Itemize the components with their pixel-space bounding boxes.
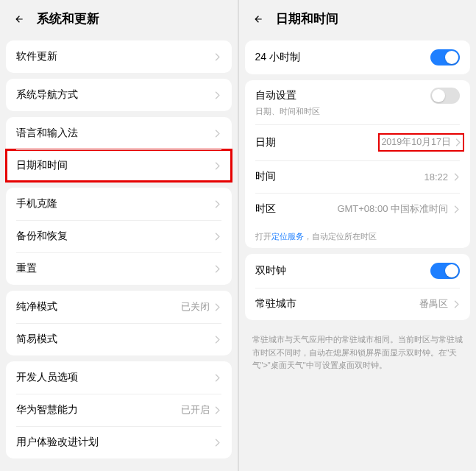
chevron-right-icon	[214, 372, 221, 383]
row-language-input[interactable]: 语言和输入法	[6, 117, 232, 149]
row-software-update[interactable]: 软件更新	[6, 40, 232, 73]
value: GMT+08:00 中国标准时间	[337, 202, 448, 216]
label: 重置	[16, 262, 214, 275]
label: 备份和恢复	[16, 230, 214, 243]
group-auto-datetime: 自动设置 日期、时间和时区 日期 2019年10月17日 时间 18:22 时区…	[245, 80, 471, 248]
row-date[interactable]: 日期 2019年10月17日	[245, 124, 471, 160]
chevron-right-icon	[452, 299, 460, 309]
label: 日期	[255, 136, 379, 149]
row-huawei-ai[interactable]: 华为智慧能力 已开启	[6, 394, 232, 426]
row-date-time[interactable]: 日期和时间	[6, 149, 232, 182]
row-phone-clone[interactable]: 手机克隆	[6, 188, 232, 220]
row-developer-options[interactable]: 开发人员选项	[6, 361, 232, 394]
row-simple-mode[interactable]: 简易模式	[6, 323, 232, 355]
value: 已开启	[181, 403, 210, 417]
row-time[interactable]: 时间 18:22	[245, 160, 471, 193]
group-developer: 开发人员选项 华为智慧能力 已开启 用户体验改进计划	[6, 361, 232, 458]
label: 语言和输入法	[16, 127, 214, 140]
row-ux-improvement[interactable]: 用户体验改进计划	[6, 426, 232, 458]
group-clone-backup: 手机克隆 备份和恢复 重置	[6, 188, 232, 285]
header: 日期和时间	[239, 0, 477, 35]
page-title: 系统和更新	[37, 10, 99, 27]
group-lang-date: 语言和输入法 日期和时间	[6, 117, 232, 182]
toggle-auto-set[interactable]	[430, 88, 460, 104]
chevron-right-icon	[452, 171, 460, 182]
label: 自动设置	[255, 89, 431, 102]
chevron-right-icon	[214, 231, 221, 241]
group-dual-clock: 双时钟 常驻城市 番禺区	[245, 254, 471, 320]
row-reset[interactable]: 重置	[6, 252, 232, 285]
chevron-right-icon	[214, 52, 221, 62]
page-title: 日期和时间	[276, 10, 338, 27]
label: 用户体验改进计划	[16, 436, 214, 449]
chevron-right-icon	[214, 160, 221, 171]
group-modes: 纯净模式 已关闭 简易模式	[6, 291, 232, 355]
row-dual-clock[interactable]: 双时钟	[245, 254, 471, 288]
row-pure-mode[interactable]: 纯净模式 已关闭	[6, 291, 232, 323]
label: 时间	[255, 170, 425, 183]
label: 日期和时间	[16, 159, 214, 172]
row-system-navigation[interactable]: 系统导航方式	[6, 79, 232, 111]
value: 18:22	[424, 171, 448, 183]
label: 手机克隆	[16, 197, 214, 210]
row-backup-restore[interactable]: 备份和恢复	[6, 220, 232, 252]
chevron-right-icon	[214, 334, 221, 344]
label: 常驻城市	[255, 297, 420, 311]
label: 华为智慧能力	[16, 403, 181, 417]
header: 系统和更新	[0, 0, 238, 35]
toggle-dual-clock[interactable]	[430, 263, 460, 279]
toggle-24h[interactable]	[430, 49, 460, 65]
label: 软件更新	[16, 50, 214, 63]
location-hint: 打开定位服务，自动定位所在时区	[245, 225, 471, 248]
chevron-right-icon	[214, 90, 221, 100]
hint-prefix: 打开	[255, 232, 271, 241]
label: 双时钟	[255, 264, 431, 277]
back-icon[interactable]	[12, 12, 26, 26]
location-service-link[interactable]: 定位服务	[271, 232, 304, 241]
date-time-pane: 日期和时间 24 小时制 自动设置 日期、时间和时区 日期 2019年10月17…	[239, 0, 477, 471]
chevron-right-icon	[214, 302, 221, 312]
back-icon[interactable]	[251, 12, 266, 26]
chevron-right-icon	[452, 204, 460, 214]
label: 纯净模式	[16, 300, 181, 314]
chevron-right-icon	[214, 199, 221, 209]
chevron-right-icon	[454, 138, 461, 148]
label: 开发人员选项	[16, 371, 214, 384]
dual-clock-description: 常驻城市与天气应用中的常驻城市相同。当前时区与常驻城市时区不同时，自动在熄屏和锁…	[239, 326, 477, 378]
sub-label: 日期、时间和时区	[255, 106, 320, 117]
label: 系统导航方式	[16, 88, 214, 102]
chevron-right-icon	[214, 263, 221, 274]
hint-suffix: ，自动定位所在时区	[304, 232, 377, 241]
content: 24 小时制 自动设置 日期、时间和时区 日期 2019年10月17日	[239, 35, 477, 471]
date-value-highlight: 2019年10月17日	[378, 133, 464, 152]
row-timezone[interactable]: 时区 GMT+08:00 中国标准时间	[245, 193, 471, 225]
label: 时区	[255, 202, 338, 216]
value: 番禺区	[419, 297, 448, 311]
row-24h-format[interactable]: 24 小时制	[245, 40, 471, 74]
row-home-city[interactable]: 常驻城市 番禺区	[245, 288, 471, 320]
value: 2019年10月17日	[381, 136, 451, 149]
label: 简易模式	[16, 333, 214, 346]
value: 已关闭	[181, 300, 210, 314]
chevron-right-icon	[214, 437, 221, 447]
group-nav: 系统导航方式	[6, 79, 232, 111]
row-auto-set[interactable]: 自动设置 日期、时间和时区	[245, 80, 471, 124]
chevron-right-icon	[214, 128, 221, 138]
system-update-pane: 系统和更新 软件更新 系统导航方式 语言和输入法 日期和时间	[0, 0, 239, 471]
chevron-right-icon	[214, 405, 221, 415]
group-software-update: 软件更新	[6, 40, 232, 73]
group-24h: 24 小时制	[245, 40, 471, 74]
content: 软件更新 系统导航方式 语言和输入法 日期和时间 手机克隆	[0, 35, 238, 471]
label: 24 小时制	[255, 51, 431, 64]
